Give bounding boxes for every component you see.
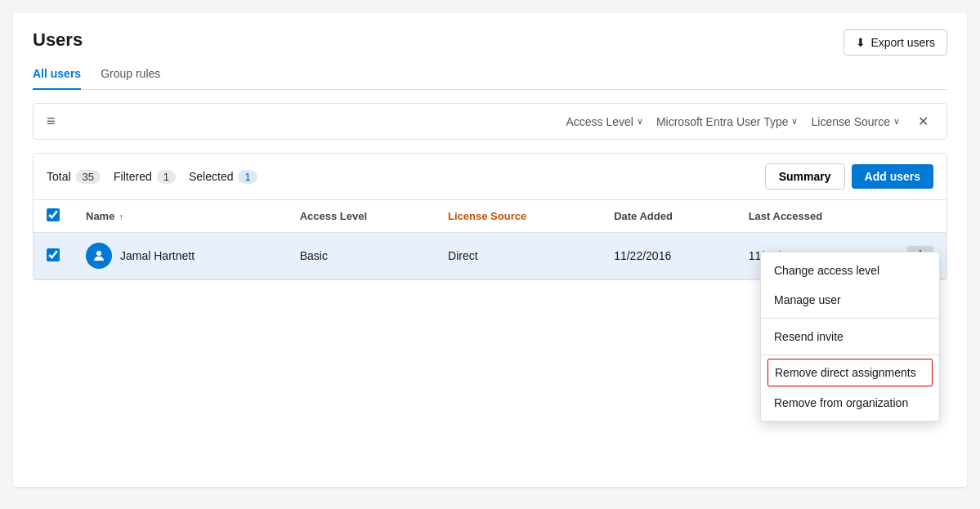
row-access-level-cell: Basic xyxy=(287,233,435,279)
tab-all-users[interactable]: All users xyxy=(33,60,81,90)
filtered-stat: Filtered 1 xyxy=(114,170,176,184)
access-level-filter[interactable]: Access Level ∨ xyxy=(566,115,642,128)
context-menu-item-remove-org[interactable]: Remove from organization xyxy=(761,388,939,417)
header-checkbox-cell xyxy=(34,200,73,233)
header-name: Name ↑ xyxy=(73,200,287,233)
header-date-added: Date Added xyxy=(601,200,735,233)
filter-close-button[interactable]: ✕ xyxy=(913,112,933,131)
context-menu: Change access level Manage user Resend i… xyxy=(760,252,940,422)
total-badge: 35 xyxy=(76,170,101,184)
filter-bar: ≡ Access Level ∨ Microsoft Entra User Ty… xyxy=(33,103,947,140)
license-source-filter[interactable]: License Source ∨ xyxy=(811,115,900,128)
export-label: Export users xyxy=(870,36,935,49)
entra-user-type-filter[interactable]: Microsoft Entra User Type ∨ xyxy=(656,115,799,128)
filtered-label: Filtered xyxy=(114,170,152,183)
table-header: Name ↑ Access Level License Source Date … xyxy=(34,200,946,233)
add-users-button[interactable]: Add users xyxy=(852,164,933,189)
context-menu-divider-1 xyxy=(761,318,939,319)
total-stat: Total 35 xyxy=(47,170,101,184)
total-label: Total xyxy=(47,170,71,183)
access-level-label: Access Level xyxy=(566,115,633,128)
context-menu-item-remove-direct[interactable]: Remove direct assignments xyxy=(767,359,933,386)
license-source-label: License Source xyxy=(811,115,890,128)
access-level-chevron-icon: ∨ xyxy=(637,116,643,127)
download-icon: ⬇ xyxy=(856,36,866,49)
svg-point-0 xyxy=(96,251,101,256)
toolbar: ⬇ Export users xyxy=(844,29,947,56)
name-sort-icon: ↑ xyxy=(119,212,123,221)
context-menu-item-change-access[interactable]: Change access level xyxy=(761,256,939,285)
table-header-row: Total 35 Filtered 1 Selected 1 Summary A… xyxy=(34,154,946,200)
select-all-checkbox[interactable] xyxy=(47,208,60,221)
row-name-cell: Jamal Hartnett xyxy=(73,233,287,279)
header-license-source: License Source xyxy=(435,200,601,233)
filtered-badge: 1 xyxy=(157,170,176,184)
header-last-accessed: Last Accessed xyxy=(736,200,894,233)
filter-dropdowns: Access Level ∨ Microsoft Entra User Type… xyxy=(566,112,933,131)
selected-label: Selected xyxy=(189,170,233,183)
row-date-added-cell: 11/22/2016 xyxy=(601,233,735,279)
user-name: Jamal Hartnett xyxy=(120,249,195,262)
page-container: ⬇ Export users Users All users Group rul… xyxy=(13,13,967,487)
table-container: Total 35 Filtered 1 Selected 1 Summary A… xyxy=(33,153,947,280)
header-access-level: Access Level xyxy=(287,200,435,233)
table-actions: Summary Add users xyxy=(765,163,933,190)
tab-group-rules[interactable]: Group rules xyxy=(101,60,160,90)
add-users-label: Add users xyxy=(865,170,920,183)
context-menu-item-manage-user[interactable]: Manage user xyxy=(761,285,939,315)
entra-user-type-chevron-icon: ∨ xyxy=(791,116,798,127)
selected-stat: Selected 1 xyxy=(189,170,257,184)
entra-user-type-label: Microsoft Entra User Type xyxy=(656,115,789,128)
selected-badge: 1 xyxy=(238,170,257,184)
row-license-source-cell: Direct xyxy=(435,233,601,279)
export-users-button[interactable]: ⬇ Export users xyxy=(844,29,947,56)
table-stats: Total 35 Filtered 1 Selected 1 xyxy=(47,170,257,184)
page-title: Users xyxy=(33,29,947,51)
filter-icon[interactable]: ≡ xyxy=(47,113,56,130)
summary-label: Summary xyxy=(779,170,831,183)
tabs-bar: All users Group rules xyxy=(33,60,947,90)
context-menu-item-resend-invite[interactable]: Resend invite xyxy=(761,322,939,351)
avatar xyxy=(86,243,112,269)
context-menu-divider-2 xyxy=(761,355,939,355)
row-checkbox-cell xyxy=(34,233,73,279)
row-checkbox[interactable] xyxy=(47,248,60,261)
license-source-chevron-icon: ∨ xyxy=(893,116,900,127)
header-actions xyxy=(894,200,946,233)
summary-button[interactable]: Summary xyxy=(765,163,845,190)
